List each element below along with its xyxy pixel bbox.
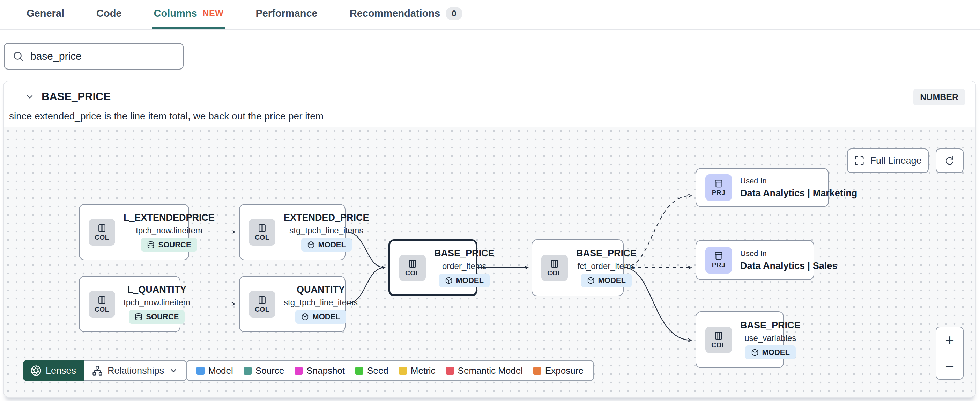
model-swatch — [196, 367, 205, 375]
node-base-price-use-variables[interactable]: COL BASE_PRICE use_variables MODEL — [695, 311, 784, 368]
database-icon — [135, 313, 142, 321]
legend-item-source: Source — [243, 365, 284, 376]
tab-performance[interactable]: Performance — [253, 0, 319, 29]
column-name: BASE_PRICE — [41, 91, 111, 103]
node-quantity[interactable]: COL QUANTITY stg_tpch_line_items MODEL — [239, 276, 345, 332]
lenses-button[interactable]: Lenses — [23, 360, 84, 381]
zoom-controls: + − — [935, 327, 964, 380]
column-lineage-page: General Code Columns NEW Performance Rec… — [0, 0, 980, 401]
lens-controls: Lenses Relationships — [23, 360, 187, 381]
cube-icon — [301, 313, 309, 321]
aperture-icon — [30, 365, 41, 376]
project-chip: PRJ — [705, 174, 732, 201]
legend-item-model: Model — [196, 365, 233, 376]
column-type-badge: NUMBER — [913, 89, 965, 105]
new-badge: NEW — [203, 8, 224, 19]
network-icon — [92, 365, 103, 376]
cube-icon — [751, 348, 759, 356]
semantic-model-swatch — [446, 367, 454, 375]
cube-icon — [307, 241, 315, 249]
columns-icon — [257, 295, 267, 305]
project-chip: PRJ — [705, 247, 732, 273]
legend-item-semantic-model: Semantic Model — [446, 365, 523, 376]
zoom-in-button[interactable]: + — [936, 327, 963, 353]
relationships-dropdown[interactable]: Relationships — [84, 360, 187, 381]
node-used-in-sales[interactable]: PRJ Used In Data Analytics | Sales — [695, 240, 814, 280]
used-in-label: Used In — [740, 176, 767, 185]
model-badge: MODEL — [439, 273, 490, 288]
column-search — [4, 43, 184, 70]
seed-swatch — [355, 367, 363, 375]
tab-general[interactable]: General — [24, 0, 66, 29]
metric-swatch — [399, 367, 407, 375]
snapshot-swatch — [294, 367, 302, 375]
model-badge: MODEL — [581, 273, 632, 288]
search-input[interactable] — [30, 50, 175, 62]
source-swatch — [243, 367, 251, 375]
model-badge: MODEL — [745, 345, 796, 359]
column-chip: COL — [89, 291, 115, 318]
column-panel-header: BASE_PRICE NUMBER since extended_price i… — [4, 81, 975, 127]
columns-icon — [257, 223, 267, 233]
zoom-out-button[interactable]: − — [936, 353, 963, 379]
column-panel: BASE_PRICE NUMBER since extended_price i… — [3, 81, 976, 398]
node-subtitle: tpch_now.lineitem — [136, 226, 202, 235]
column-chip: COL — [399, 255, 426, 281]
legend-item-seed: Seed — [355, 365, 388, 376]
node-type-legend: Model Source Snapshot Seed Metric Semant… — [186, 360, 594, 381]
recommendations-count-badge: 0 — [445, 7, 462, 20]
column-chip: COL — [249, 219, 275, 246]
full-lineage-button[interactable]: Full Lineage — [847, 149, 929, 173]
database-icon — [147, 241, 154, 249]
node-used-in-marketing[interactable]: PRJ Used In Data Analytics | Marketing — [695, 168, 829, 207]
model-badge: MODEL — [301, 238, 352, 252]
column-chip: COL — [89, 219, 115, 246]
tab-recommendations[interactable]: Recommendations 0 — [348, 0, 465, 29]
column-description: since extended_price is the line item to… — [9, 111, 323, 122]
column-chip: COL — [249, 291, 275, 318]
tab-code[interactable]: Code — [94, 0, 124, 29]
source-badge: SOURCE — [129, 310, 185, 324]
cube-icon — [587, 276, 595, 284]
columns-icon — [97, 223, 107, 233]
archive-icon — [714, 251, 724, 261]
exposure-swatch — [533, 367, 541, 375]
columns-icon — [407, 259, 418, 269]
legend-item-metric: Metric — [399, 365, 436, 376]
used-in-label: Used In — [740, 249, 767, 258]
node-extended-price[interactable]: COL EXTENDED_PRICE stg_tpch_line_items M… — [239, 204, 345, 260]
column-chip: COL — [705, 327, 732, 353]
model-badge: MODEL — [295, 310, 346, 324]
tab-bar: General Code Columns NEW Performance Rec… — [0, 0, 980, 30]
tab-columns[interactable]: Columns NEW — [152, 0, 226, 29]
collapse-chevron-icon[interactable] — [22, 89, 37, 104]
column-chip: COL — [541, 255, 568, 281]
node-base-price-fct-order-items[interactable]: COL BASE_PRICE fct_order_items MODEL — [531, 239, 624, 296]
columns-icon — [713, 331, 724, 341]
chevron-down-icon — [169, 366, 178, 375]
legend-item-snapshot: Snapshot — [294, 365, 345, 376]
refresh-button[interactable] — [935, 149, 964, 173]
node-base-price-order-items[interactable]: COL BASE_PRICE order_items MODEL — [388, 239, 477, 296]
columns-icon — [97, 295, 107, 305]
refresh-icon — [944, 155, 956, 167]
columns-icon — [549, 259, 560, 269]
cube-icon — [445, 276, 453, 284]
source-badge: SOURCE — [141, 238, 197, 252]
node-l-quantity[interactable]: COL L_QUANTITY tpch_now.lineitem SOURCE — [79, 276, 180, 332]
legend-item-exposure: Exposure — [533, 365, 584, 376]
fullscreen-icon — [854, 155, 864, 166]
search-icon — [12, 50, 24, 62]
node-title: L_EXTENDEDPRICE — [124, 212, 215, 223]
lineage-canvas[interactable]: COL L_EXTENDEDPRICE tpch_now.lineitem SO… — [4, 127, 975, 397]
node-l-extendedprice[interactable]: COL L_EXTENDEDPRICE tpch_now.lineitem SO… — [79, 204, 189, 260]
archive-icon — [714, 179, 724, 189]
